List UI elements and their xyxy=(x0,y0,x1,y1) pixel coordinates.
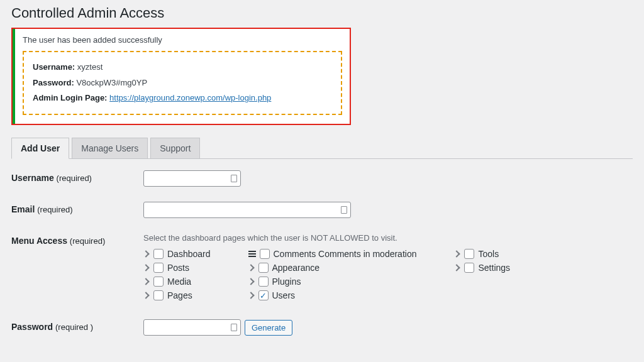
success-notice: The user has been added successfully Use… xyxy=(11,28,351,125)
cred-login-link[interactable]: https://playground.zonewp.com/wp-login.p… xyxy=(109,93,271,102)
menu-checkbox[interactable] xyxy=(464,263,474,273)
chevron-right-icon[interactable] xyxy=(454,251,460,257)
menu-item-label: Comments Comments in moderation xyxy=(274,249,417,259)
menu-item: Appearance xyxy=(248,263,417,273)
password-label: Password (required ) xyxy=(11,319,143,332)
menu-item: Settings xyxy=(454,263,510,273)
menu-checkbox[interactable] xyxy=(260,249,270,259)
cred-login-label: Admin Login Page: xyxy=(33,93,107,102)
menu-checkbox[interactable] xyxy=(258,290,269,300)
menu-checkbox[interactable] xyxy=(153,290,164,300)
password-input[interactable] xyxy=(143,319,241,336)
chevron-right-icon[interactable] xyxy=(143,265,150,271)
cred-password-label: Password: xyxy=(33,78,74,87)
menu-item-label: Appearance xyxy=(272,263,320,273)
username-label: Username (required) xyxy=(11,170,143,183)
menu-item: Tools xyxy=(454,249,510,259)
chevron-right-icon[interactable] xyxy=(143,292,150,299)
tab-add-user[interactable]: Add User xyxy=(11,138,69,159)
menu-item: Comments Comments in moderation xyxy=(248,249,417,259)
credentials-box: Username: xyztest Password: V8ockpW3#mg0… xyxy=(23,51,342,115)
cred-username-label: Username: xyxy=(33,62,75,72)
chevron-right-icon[interactable] xyxy=(143,251,150,257)
menu-checkbox[interactable] xyxy=(153,277,164,287)
menu-item-label: Dashboard xyxy=(167,249,211,259)
chevron-right-icon[interactable] xyxy=(143,278,150,285)
menu-grid: DashboardPostsMediaPages Comments Commen… xyxy=(143,249,633,304)
notice-message: The user has been added successfully xyxy=(23,35,342,45)
chevron-right-icon[interactable] xyxy=(248,278,255,285)
menu-access-hint: Select the dashboard pages which the use… xyxy=(143,233,633,243)
menu-item: Plugins xyxy=(248,277,417,287)
tab-support[interactable]: Support xyxy=(150,138,200,159)
menu-item: Pages xyxy=(143,290,211,300)
menu-item-label: Media xyxy=(167,277,191,287)
cred-username-value: xyztest xyxy=(77,62,103,72)
menu-checkbox[interactable] xyxy=(258,277,269,287)
menu-item-label: Posts xyxy=(167,263,189,273)
menu-item-label: Pages xyxy=(167,290,192,300)
email-label: Email (required) xyxy=(11,202,143,214)
menu-checkbox[interactable] xyxy=(464,249,474,259)
chevron-right-icon[interactable] xyxy=(248,265,255,271)
username-input[interactable] xyxy=(143,170,241,187)
generate-button[interactable]: Generate xyxy=(245,320,292,336)
menu-checkbox[interactable] xyxy=(153,249,164,259)
menu-access-label: Menu Access (required) xyxy=(11,233,143,246)
email-input[interactable] xyxy=(143,202,351,218)
menu-checkbox[interactable] xyxy=(153,263,164,273)
menu-item-label: Settings xyxy=(478,263,510,273)
menu-item: Media xyxy=(143,277,211,287)
menu-item-label: Tools xyxy=(478,249,499,259)
menu-checkbox[interactable] xyxy=(258,263,269,273)
tab-bar: Add User Manage Users Support xyxy=(11,138,633,159)
menu-item-label: Users xyxy=(272,290,296,300)
chevron-right-icon[interactable] xyxy=(454,265,460,271)
menu-item-label: Plugins xyxy=(272,277,301,287)
cred-password-value: V8ockpW3#mg0YP xyxy=(76,78,147,87)
chevron-right-icon[interactable] xyxy=(248,292,255,299)
hamburger-icon[interactable] xyxy=(248,251,256,257)
menu-item: Users xyxy=(248,290,417,300)
menu-item: Posts xyxy=(143,263,211,273)
menu-item: Dashboard xyxy=(143,249,211,259)
page-title: Controlled Admin Access xyxy=(11,0,633,28)
tab-manage-users[interactable]: Manage Users xyxy=(72,138,148,159)
